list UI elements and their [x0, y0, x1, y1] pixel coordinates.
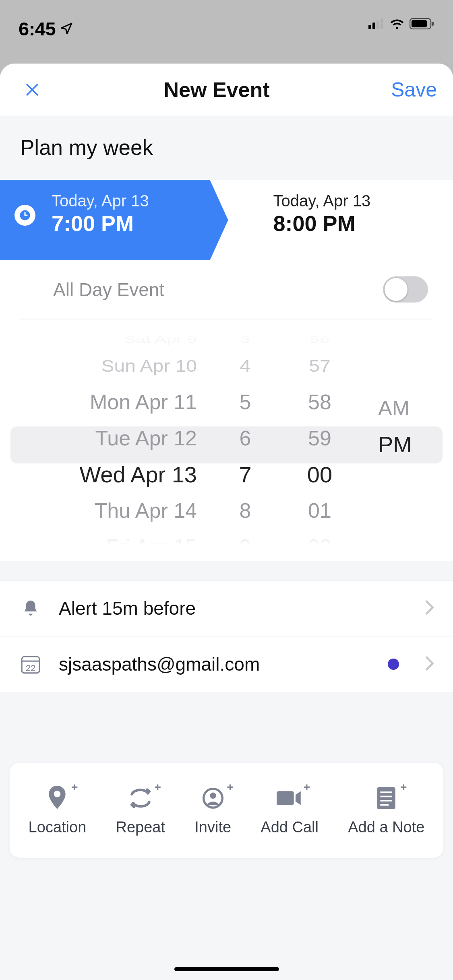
picker-minute-item: 59 [277, 420, 362, 456]
invite-action-label: Invite [194, 819, 231, 836]
settings-rows: Alert 15m before 22 sjsaaspaths@gmail.co… [0, 580, 453, 692]
location-pin-icon [47, 786, 68, 812]
wifi-icon [389, 18, 405, 31]
all-day-toggle[interactable] [383, 276, 428, 303]
picker-hour-item: 8 [213, 492, 277, 529]
time-segment: Today, Apr 13 7:00 PM Today, Apr 13 8:00… [0, 180, 453, 260]
start-date-label: Today, Apr 13 [52, 192, 208, 210]
repeat-action[interactable]: + Repeat [116, 785, 165, 836]
all-day-row: All Day Event [0, 260, 453, 319]
new-event-sheet: New Event Save Plan my week Today, Apr 1… [0, 64, 453, 980]
picker-ampm-item-selected: PM [362, 426, 443, 462]
alert-row[interactable]: Alert 15m before [0, 581, 453, 636]
svg-rect-0 [368, 25, 371, 29]
datetime-picker[interactable]: Sat Apr 9 Sun Apr 10 Mon Apr 11 Tue Apr … [0, 319, 453, 561]
add-note-action-label: Add a Note [348, 819, 424, 836]
picker-hour-item-selected: 7 [213, 456, 277, 492]
calendar-email-label: sjsaaspaths@gmail.com [59, 653, 372, 675]
bell-icon [19, 599, 43, 618]
person-icon [202, 787, 224, 811]
picker-date-column[interactable]: Sat Apr 9 Sun Apr 10 Mon Apr 11 Tue Apr … [10, 331, 213, 545]
chevron-right-icon [425, 600, 434, 617]
picker-minute-item: 57 [277, 350, 362, 382]
end-time-tab[interactable]: Today, Apr 13 8:00 PM [228, 180, 453, 260]
add-call-action-label: Add Call [261, 819, 319, 836]
picker-date-item: Sat Apr 9 [10, 335, 213, 344]
status-time: 6:45 [19, 18, 73, 40]
picker-date-item: Thu Apr 14 [10, 492, 213, 529]
picker-date-item: Tue Apr 12 [10, 420, 213, 456]
picker-minute-item: 58 [277, 384, 362, 420]
chevron-right-icon [425, 656, 434, 673]
picker-minute-item: 01 [277, 492, 362, 529]
clock-icon [14, 205, 35, 226]
calendar-color-dot [388, 659, 399, 670]
status-icons [368, 18, 434, 31]
add-note-action[interactable]: + Add a Note [348, 785, 424, 836]
picker-minute-item-selected: 00 [277, 456, 362, 492]
svg-marker-14 [296, 791, 301, 805]
picker-ampm-item: AM [362, 390, 443, 426]
picker-minute-column[interactable]: 56 57 58 59 00 01 02 03 04 [277, 331, 362, 545]
close-button[interactable] [22, 80, 42, 100]
home-indicator[interactable] [174, 967, 279, 971]
location-arrow-icon [60, 18, 73, 40]
picker-hour-item: 6 [213, 420, 277, 456]
repeat-icon [128, 789, 153, 809]
picker-date-item: Sun Apr 10 [10, 350, 213, 382]
page-title: New Event [164, 78, 270, 102]
svg-rect-13 [277, 791, 294, 805]
calendar-row[interactable]: 22 sjsaaspaths@gmail.com [0, 636, 453, 692]
picker-date-item-selected: Wed Apr 13 [10, 456, 213, 492]
picker-hour-item: 9 [213, 529, 277, 545]
save-button[interactable]: Save [391, 78, 437, 101]
picker-hour-item: 3 [213, 335, 277, 344]
picker-minute-item: 02 [277, 529, 362, 545]
picker-ampm-column[interactable]: AM PM [362, 331, 443, 545]
svg-rect-3 [381, 19, 383, 29]
picker-hour-item: 5 [213, 384, 277, 420]
plus-badge-icon: + [304, 781, 310, 794]
svg-rect-6 [432, 22, 434, 26]
action-bar: + Location + Repeat + [10, 763, 443, 858]
picker-date-item: Fri Apr 15 [10, 529, 213, 545]
status-bar: 6:45 [0, 0, 453, 60]
event-title-text: Plan my week [20, 135, 433, 160]
svg-rect-5 [412, 20, 427, 27]
start-time-tab[interactable]: Today, Apr 13 7:00 PM [0, 180, 228, 260]
invite-action[interactable]: + Invite [194, 785, 231, 836]
note-icon [376, 787, 396, 811]
plus-badge-icon: + [227, 781, 233, 794]
navbar: New Event Save [0, 64, 453, 116]
plus-badge-icon: + [154, 781, 161, 794]
add-call-action[interactable]: + Add Call [261, 785, 319, 836]
repeat-action-label: Repeat [116, 819, 165, 836]
picker-date-item: Mon Apr 11 [10, 384, 213, 420]
calendar-date-icon: 22 [19, 654, 43, 674]
location-action[interactable]: + Location [29, 785, 87, 836]
start-time-label: 7:00 PM [52, 211, 208, 236]
calendar-date-number: 22 [26, 663, 35, 673]
event-title-row[interactable]: Plan my week [0, 116, 453, 180]
cellular-icon [368, 19, 385, 31]
svg-rect-15 [377, 787, 395, 809]
all-day-label: All Day Event [53, 279, 164, 301]
picker-minute-item: 56 [277, 335, 362, 344]
plus-badge-icon: + [71, 781, 78, 794]
status-time-text: 6:45 [19, 18, 56, 40]
end-time-label: 8:00 PM [273, 211, 433, 236]
battery-icon [410, 18, 434, 31]
svg-rect-2 [376, 21, 379, 29]
picker-hour-item: 4 [213, 350, 277, 382]
alert-label: Alert 15m before [59, 597, 409, 619]
video-icon [277, 789, 302, 809]
end-date-label: Today, Apr 13 [273, 192, 433, 210]
plus-badge-icon: + [400, 781, 407, 794]
svg-rect-1 [372, 23, 375, 29]
picker-hour-column[interactable]: 3 4 5 6 7 8 9 10 11 [213, 331, 277, 545]
location-action-label: Location [29, 819, 87, 836]
